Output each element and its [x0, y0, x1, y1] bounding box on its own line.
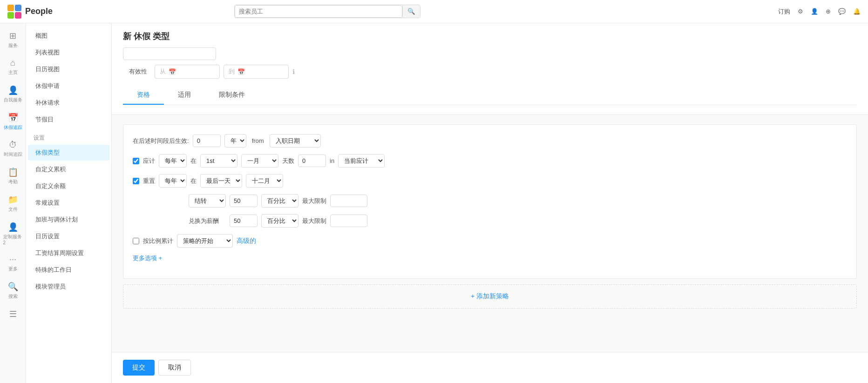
reset-checkbox[interactable]: [133, 178, 139, 184]
svg-rect-2: [7, 12, 14, 19]
header-actions: 订购 ⚙ 👤 ⊕ 💬 🔔: [778, 7, 861, 16]
to-placeholder: 到: [229, 67, 235, 76]
form-footer: 提交 取消: [112, 352, 868, 383]
self-service-icon: 👤: [8, 85, 18, 95]
accrual-strategy-select[interactable]: 策略的开始 策略的结束: [177, 234, 233, 248]
tab-restrictions[interactable]: 限制条件: [205, 86, 259, 105]
search-sidebar-icon: 🔍: [8, 282, 18, 292]
to-date-field[interactable]: 到 📅: [224, 65, 289, 79]
add-strategy-button[interactable]: + 添加新策略: [123, 284, 857, 309]
carryover-type-select[interactable]: 结转 不结转: [189, 194, 226, 208]
sidebar-menu-overview[interactable]: 概图: [28, 28, 109, 44]
more-options-link[interactable]: 更多选项 +: [133, 254, 162, 262]
settings-icon[interactable]: ⚙: [798, 8, 803, 15]
more-options-row: 更多选项 +: [133, 254, 847, 262]
accrual-month-select[interactable]: 一月 二月 三月 四月 五月 六月 七月 八月 九月 十月 十一月 十二月: [241, 154, 278, 168]
from-label: from: [252, 137, 264, 144]
user-icon[interactable]: 👤: [811, 8, 818, 15]
reset-label: 重置: [143, 177, 155, 185]
accrual-label: 应计: [143, 157, 155, 165]
sidebar-menu-calendar-view[interactable]: 日历视图: [28, 61, 109, 77]
service-label: 服务: [8, 42, 18, 49]
validity-info-icon[interactable]: ℹ: [292, 68, 295, 75]
sidebar-menu-custom-accrual[interactable]: 自定义累积: [28, 161, 109, 177]
svg-rect-1: [15, 5, 21, 11]
validity-label: 有效性: [123, 67, 151, 76]
svg-rect-0: [7, 5, 14, 11]
carryover-value-input[interactable]: [230, 195, 258, 207]
reset-month-select[interactable]: 一月 二月 十二月: [246, 174, 283, 188]
sidebar-item-attendance[interactable]: 📋 考勤: [1, 163, 25, 189]
bell-icon[interactable]: 🔔: [853, 8, 861, 15]
accrual-ratio-row: 按比例累计 策略的开始 策略的结束 高级的: [133, 234, 847, 248]
attendance-label: 考勤: [8, 179, 18, 185]
reset-day-select[interactable]: 最后一天 第一天: [200, 174, 242, 188]
cancel-button[interactable]: 取消: [158, 360, 191, 376]
sidebar-item-leave-tracking[interactable]: 📅 休假追踪: [1, 109, 25, 134]
accrual-freq-select[interactable]: 每年 每月 每周: [159, 154, 187, 168]
custom-label: 定制服务2: [3, 234, 23, 245]
exchange-label: 兑换为薪酬: [189, 217, 226, 225]
sidebar-item-custom[interactable]: 👤 定制服务2: [1, 218, 25, 249]
advanced-link[interactable]: 高级的: [237, 237, 256, 245]
leave-type-name-input[interactable]: [123, 47, 216, 60]
sidebar-menu-payroll-period[interactable]: 工资结算周期设置: [28, 245, 109, 261]
submit-button[interactable]: 提交: [123, 360, 155, 376]
attendance-icon: 📋: [8, 167, 18, 177]
add-icon[interactable]: ⊕: [826, 8, 831, 15]
sidebar-menu-general-settings[interactable]: 常规设置: [28, 195, 109, 211]
sidebar-menu-special-workday[interactable]: 特殊的工作日: [28, 262, 109, 278]
sidebar-menu-leave-type[interactable]: 休假类型: [28, 145, 109, 161]
from-placeholder: 从: [160, 67, 166, 76]
sidebar-item-time-tracking[interactable]: ⏱ 时间追踪: [1, 136, 25, 161]
from-date-select[interactable]: 入职日期 合同日期 员工日期: [270, 134, 321, 148]
exchange-value-input[interactable]: [230, 215, 258, 227]
app-title: People: [25, 7, 53, 16]
accrual-ratio-checkbox[interactable]: [133, 238, 139, 244]
main-layout: ⊞ 服务 ⌂ 主页 👤 自我服务 📅 休假追踪 ⏱ 时间追踪 📋 考勤: [0, 23, 868, 383]
page-header: 新 休假 类型 有效性 从 📅 到 📅 ℹ 资格: [112, 23, 868, 115]
from-date-field[interactable]: 从 📅: [155, 65, 220, 79]
sidebar-menu-calendar-settings[interactable]: 日历设置: [28, 228, 109, 244]
sidebar-menu-holidays[interactable]: 节假日: [28, 112, 109, 128]
sidebar-menu-module-admin[interactable]: 模块管理员: [28, 279, 109, 295]
effective-value-input[interactable]: [193, 134, 221, 147]
search-input[interactable]: [235, 5, 402, 18]
exchange-max-input[interactable]: [330, 215, 367, 227]
help-icon[interactable]: 💬: [838, 8, 846, 15]
accrual-days-input[interactable]: [298, 155, 326, 167]
sidebar-menu-comp-request[interactable]: 补休请求: [28, 95, 109, 111]
carryover-max-input[interactable]: [330, 195, 367, 207]
tab-applicable[interactable]: 适用: [164, 86, 205, 105]
search-button[interactable]: 🔍: [402, 5, 420, 18]
sidebar-item-search[interactable]: 🔍 搜索: [1, 278, 25, 303]
sidebar-item-home[interactable]: ⌂ 主页: [1, 54, 25, 80]
sidebar-item-file[interactable]: 📁 文件: [1, 191, 25, 216]
accrual-in-label: in: [330, 157, 334, 164]
order-link[interactable]: 订购: [778, 7, 790, 16]
accrual-current-select[interactable]: 当前应计 全部应计: [338, 154, 385, 168]
sidebar-menu-overtime-plan[interactable]: 加班与调休计划: [28, 212, 109, 228]
sidebar-item-menu[interactable]: ☰: [1, 305, 25, 323]
sidebar-item-self-service[interactable]: 👤 自我服务: [1, 81, 25, 107]
reset-freq-select[interactable]: 每年 每月: [159, 174, 187, 188]
exchange-row: 兑换为薪酬 百分比 天数 最大限制: [133, 214, 847, 228]
sidebar-menu-leave-request[interactable]: 休假申请: [28, 78, 109, 94]
sidebar-menu-custom-quota[interactable]: 自定义余额: [28, 178, 109, 194]
accrual-checkbox[interactable]: [133, 158, 139, 164]
menu-icon: ☰: [9, 309, 17, 319]
sidebar: ⊞ 服务 ⌂ 主页 👤 自我服务 📅 休假追踪 ⏱ 时间追踪 📋 考勤: [0, 23, 112, 383]
effective-unit-select[interactable]: 年 月 日: [224, 134, 246, 148]
carryover-unit-select[interactable]: 百分比 天数: [261, 194, 298, 208]
search-label: 搜索: [8, 293, 18, 300]
tab-qualification[interactable]: 资格: [123, 86, 164, 105]
add-strategy-label: + 添加新策略: [471, 292, 509, 300]
exchange-unit-select[interactable]: 百分比 天数: [261, 214, 298, 228]
home-label: 主页: [8, 69, 18, 76]
sidebar-item-more[interactable]: ··· 更多: [1, 251, 25, 276]
file-icon: 📁: [8, 195, 18, 205]
sidebar-menu-list-view[interactable]: 列表视图: [28, 45, 109, 60]
file-label: 文件: [8, 206, 18, 213]
sidebar-item-service[interactable]: ⊞ 服务: [1, 27, 25, 53]
accrual-day-select[interactable]: 1st 2nd 3rd: [200, 154, 237, 168]
